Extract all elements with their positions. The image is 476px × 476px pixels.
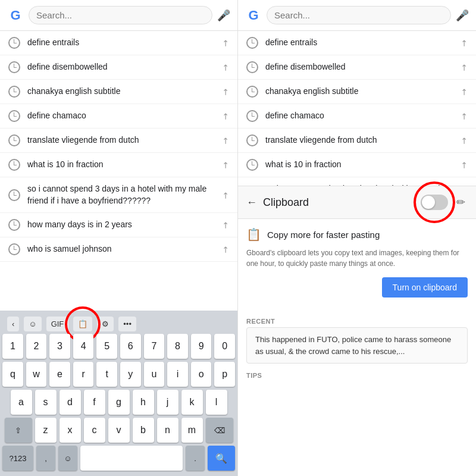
arrow-link-icon: ↗	[220, 243, 231, 255]
clock-icon	[8, 86, 20, 98]
key-u[interactable]: u	[144, 362, 165, 387]
clipboard-edit-button[interactable]: ✏	[454, 193, 468, 211]
item-text: what is 10 in fraction	[27, 159, 215, 171]
key-v[interactable]: v	[108, 418, 130, 443]
arrow-link-icon: ↗	[458, 86, 470, 98]
key-1[interactable]: 1	[2, 334, 23, 359]
key-4[interactable]: 4	[73, 334, 94, 359]
list-item[interactable]: define chamaco ↗	[238, 104, 476, 129]
key-search[interactable]: 🔍	[208, 446, 235, 471]
key-emoji[interactable]: ☺	[58, 446, 77, 471]
list-item[interactable]: what is 10 in fraction ↗	[238, 153, 476, 177]
left-phone-panel: G 🎤 define entrails ↗ define disembowell…	[0, 0, 238, 476]
list-item[interactable]: who is samuel johnson ↗	[0, 237, 237, 262]
key-a[interactable]: a	[11, 390, 32, 415]
key-z[interactable]: z	[35, 418, 57, 443]
key-o[interactable]: o	[191, 362, 212, 387]
arrow-link-icon: ↗	[220, 189, 231, 201]
arrow-link-icon: ↗	[458, 134, 470, 146]
key-n[interactable]: n	[157, 418, 178, 443]
keyboard-q-row: q w e r t y u i o p	[2, 362, 235, 387]
keyboard-bottom-row: ?123 , ☺ . 🔍	[2, 446, 235, 471]
toggle-thumb	[422, 196, 435, 209]
key-comma[interactable]: ,	[36, 446, 55, 471]
item-text: who is samuel johnson	[27, 243, 215, 255]
key-t[interactable]: t	[96, 362, 117, 387]
list-item[interactable]: define entrails ↗	[0, 31, 237, 55]
list-item[interactable]: what is 10 in fraction ↗	[0, 153, 237, 177]
item-text: chanakya english subtitle	[27, 86, 215, 98]
key-f[interactable]: f	[84, 390, 105, 415]
item-text: define disembowelled	[265, 61, 453, 73]
recent-clipboard-text[interactable]: This happened in FUTO, police came to ha…	[246, 327, 468, 364]
key-m[interactable]: m	[181, 418, 203, 443]
key-3[interactable]: 3	[49, 334, 70, 359]
google-logo-right: G	[245, 7, 262, 24]
list-item[interactable]: translate vliegende from dutch ↗	[0, 129, 237, 153]
keyboard-back-button[interactable]: ‹	[7, 317, 19, 331]
left-search-input-box[interactable]	[29, 6, 212, 24]
key-i[interactable]: i	[167, 362, 188, 387]
list-item[interactable]: chanakya english subtitle ↗	[0, 80, 237, 104]
key-0[interactable]: 0	[214, 334, 235, 359]
key-2[interactable]: 2	[26, 334, 47, 359]
list-item[interactable]: define entrails ↗	[238, 31, 476, 55]
key-g[interactable]: g	[108, 390, 130, 415]
clipboard-back-button[interactable]: ←	[246, 196, 257, 209]
right-search-input-box[interactable]	[267, 6, 451, 24]
list-item[interactable]: so i cannot spend 3 days in a hotel with…	[0, 177, 237, 213]
clipboard-panel: ← Clipboard ✏ 📋 Copy more for faster pas…	[238, 186, 476, 381]
key-r[interactable]: r	[73, 362, 94, 387]
key-9[interactable]: 9	[191, 334, 212, 359]
key-x[interactable]: x	[60, 418, 81, 443]
turn-on-clipboard-button[interactable]: Turn on clipboard	[382, 277, 468, 298]
list-item[interactable]: so i cannot spend 3 days in a hotel with…	[238, 177, 476, 186]
key-period[interactable]: .	[186, 446, 205, 471]
left-search-results: define entrails ↗ define disembowelled ↗…	[0, 31, 237, 311]
key-7[interactable]: 7	[144, 334, 165, 359]
key-h[interactable]: h	[133, 390, 154, 415]
key-b[interactable]: b	[133, 418, 154, 443]
clock-icon	[246, 86, 258, 98]
keyboard-clipboard-button[interactable]: 📋	[73, 317, 92, 331]
keyboard-emoji-button[interactable]: ☺	[24, 317, 41, 331]
key-c[interactable]: c	[84, 418, 105, 443]
key-w[interactable]: w	[26, 362, 47, 387]
list-item[interactable]: define chamaco ↗	[0, 104, 237, 129]
keyboard-more-button[interactable]: •••	[118, 317, 136, 331]
key-j[interactable]: j	[157, 390, 178, 415]
list-item[interactable]: translate vliegende from dutch ↗	[238, 129, 476, 153]
key-6[interactable]: 6	[120, 334, 141, 359]
key-shift[interactable]: ⇧	[5, 418, 32, 443]
key-space[interactable]	[80, 446, 183, 471]
key-p[interactable]: p	[214, 362, 235, 387]
list-item[interactable]: define disembowelled ↗	[238, 55, 476, 80]
keyboard-gif-button[interactable]: GIF	[46, 317, 69, 331]
keyboard-settings-button[interactable]: ⚙	[97, 317, 114, 331]
key-8[interactable]: 8	[167, 334, 188, 359]
list-item[interactable]: how many days is in 2 years ↗	[0, 213, 237, 237]
item-text: so i cannot spend 3 days in a hotel with…	[27, 183, 215, 206]
clipboard-toggle-switch[interactable]	[421, 195, 448, 210]
item-text: define disembowelled	[27, 61, 215, 73]
key-e[interactable]: e	[49, 362, 70, 387]
clock-icon	[246, 134, 258, 146]
item-text: translate vliegende from dutch	[27, 134, 215, 146]
clock-icon	[246, 159, 258, 171]
google-logo: G	[7, 7, 24, 24]
mic-icon-right[interactable]: 🎤	[456, 9, 469, 22]
key-y[interactable]: y	[120, 362, 141, 387]
right-search-input[interactable]	[274, 10, 443, 20]
list-item[interactable]: define disembowelled ↗	[0, 55, 237, 80]
key-num-switch[interactable]: ?123	[2, 446, 33, 471]
key-s[interactable]: s	[35, 390, 57, 415]
key-5[interactable]: 5	[96, 334, 117, 359]
list-item[interactable]: chanakya english subtitle ↗	[238, 80, 476, 104]
key-q[interactable]: q	[2, 362, 23, 387]
key-l[interactable]: l	[206, 390, 227, 415]
left-search-input[interactable]	[36, 10, 205, 20]
key-backspace[interactable]: ⌫	[206, 418, 233, 443]
key-d[interactable]: d	[60, 390, 81, 415]
key-k[interactable]: k	[181, 390, 203, 415]
mic-icon[interactable]: 🎤	[217, 9, 230, 22]
